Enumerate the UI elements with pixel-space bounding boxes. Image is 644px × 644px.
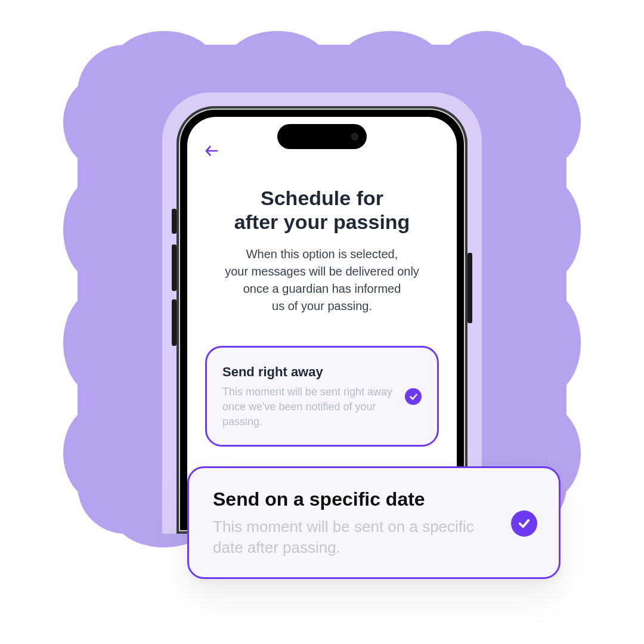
dynamic-island bbox=[277, 124, 367, 149]
phone-side-button bbox=[172, 244, 177, 291]
option-title: Send right away bbox=[222, 364, 394, 380]
subtitle-line: us of your passing. bbox=[205, 298, 439, 315]
phone-side-button bbox=[172, 299, 177, 346]
option-send-right-away[interactable]: Send right away This moment will be sent… bbox=[205, 346, 439, 446]
check-icon bbox=[405, 388, 422, 405]
back-arrow-icon[interactable] bbox=[205, 144, 218, 159]
subtitle-line: your messages will be delivered only bbox=[205, 263, 439, 280]
phone-crop: Schedule for after your passing When thi… bbox=[0, 0, 644, 534]
phone-side-button bbox=[172, 209, 177, 234]
option-desc: This moment will be sent on a specific d… bbox=[213, 516, 487, 558]
phone-side-button bbox=[467, 253, 472, 323]
subtitle-line: When this option is selected, bbox=[205, 246, 439, 263]
page-title: Schedule for after your passing bbox=[205, 186, 439, 234]
option-desc: This moment will be sent right away once… bbox=[222, 385, 394, 429]
subtitle-line: once a guardian has informed bbox=[205, 280, 439, 298]
option-title: Send on a specific date bbox=[213, 488, 498, 510]
check-icon bbox=[511, 510, 537, 537]
page-subtitle: When this option is selected, your messa… bbox=[205, 246, 439, 315]
title-line-1: Schedule for bbox=[205, 186, 439, 210]
camera-dot bbox=[351, 133, 358, 140]
title-line-2: after your passing bbox=[205, 210, 439, 234]
option-send-specific-date[interactable]: Send on a specific date This moment will… bbox=[187, 466, 561, 579]
